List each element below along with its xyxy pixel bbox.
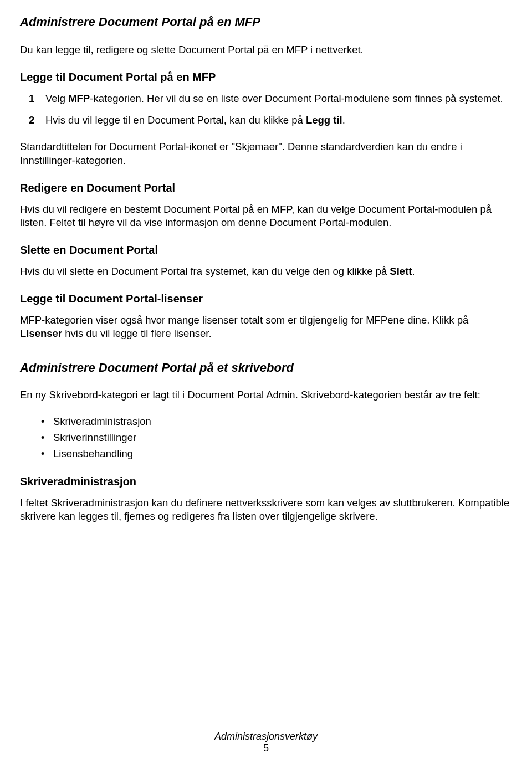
delete-body-pre: Hvis du vil slette en Document Portal fr… — [20, 265, 390, 277]
licenses-body-pre: MFP-kategorien viser også hvor mange lis… — [20, 314, 468, 326]
delete-body: Hvis du vil slette en Document Portal fr… — [20, 265, 512, 278]
step-number: 2 — [29, 114, 34, 127]
page-number: 5 — [0, 742, 532, 755]
step-number: 1 — [29, 92, 34, 106]
add-step-2: 2 Hvis du vil legge til en Document Port… — [45, 114, 512, 127]
heading-printeradmin: Skriveradministrasjon — [20, 474, 512, 489]
printeradmin-body: I feltet Skriveradministrasjon kan du de… — [20, 496, 512, 523]
edit-body: Hvis du vil redigere en bestemt Document… — [20, 203, 512, 229]
list-item: Lisensbehandling — [53, 447, 512, 461]
document-page: Administrere Document Portal på en MFP D… — [0, 0, 532, 759]
delete-body-post: . — [412, 265, 415, 277]
licenses-body-bold: Lisenser — [20, 327, 62, 339]
heading-admin-desktop: Administrere Document Portal på et skriv… — [20, 360, 512, 376]
footer-label: Administrasjonsverktøy — [214, 731, 318, 742]
step-text-pre: Velg — [45, 93, 68, 104]
desktop-fields-list: Skriveradministrasjon Skriverinnstilling… — [20, 415, 512, 461]
licenses-body: MFP-kategorien viser også hvor mange lis… — [20, 314, 512, 340]
step-text-post: . — [342, 114, 345, 126]
add-note: Standardtittelen for Document Portal-iko… — [20, 140, 512, 167]
list-item: Skriveradministrasjon — [53, 415, 512, 429]
heading-add-mfp: Legge til Document Portal på en MFP — [20, 70, 512, 84]
step-text-pre: Hvis du vil legge til en Document Portal… — [45, 114, 306, 126]
heading-licenses: Legge til Document Portal-lisenser — [20, 291, 512, 306]
heading-admin-mfp: Administrere Document Portal på en MFP — [20, 14, 512, 30]
step-text-bold: Legg til — [306, 114, 342, 126]
step-text-bold: MFP — [68, 93, 90, 104]
add-step-1: 1 Velg MFP-kategorien. Her vil du se en … — [45, 92, 512, 106]
licenses-body-post: hvis du vil legge til flere lisenser. — [62, 327, 211, 339]
heading-delete: Slette en Document Portal — [20, 243, 512, 257]
page-footer: Administrasjonsverktøy 5 — [0, 731, 532, 755]
intro-desktop: En ny Skrivebord-kategori er lagt til i … — [20, 388, 512, 402]
intro-mfp: Du kan legge til, redigere og slette Doc… — [20, 43, 512, 57]
heading-edit: Redigere en Document Portal — [20, 181, 512, 195]
list-item: Skriverinnstillinger — [53, 431, 512, 445]
step-text-post: -kategorien. Her vil du se en liste over… — [90, 93, 503, 104]
delete-body-bold: Slett — [390, 265, 412, 277]
add-steps-list: 1 Velg MFP-kategorien. Her vil du se en … — [20, 92, 512, 127]
